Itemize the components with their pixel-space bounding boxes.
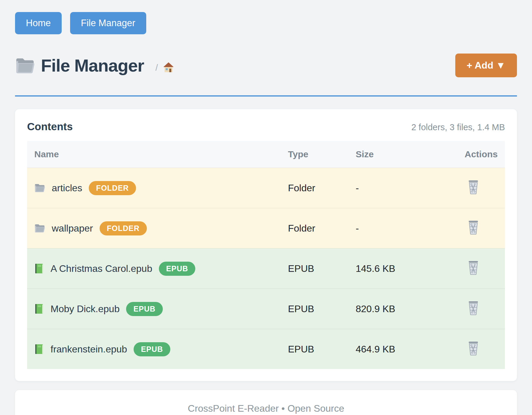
delete-button[interactable] [467,340,480,355]
delete-button[interactable] [467,260,480,275]
table-row[interactable]: frankenstein.epub EPUB EPUB 464.9 KB [27,329,505,369]
home-nav-button[interactable]: Home [15,12,62,34]
page-title: File Manager [41,55,144,75]
table-row[interactable]: articles FOLDER Folder - [27,168,505,208]
file-manager-nav-button[interactable]: File Manager [70,12,146,34]
page: Home File Manager File Manager / + Add ▼… [0,0,532,415]
folder-icon [34,223,45,233]
home-icon[interactable] [162,61,175,74]
page-header: File Manager / + Add ▼ [15,54,517,77]
table-row[interactable]: Moby Dick.epub EPUB EPUB 820.9 KB [27,289,505,329]
column-header-name: Name [27,141,281,168]
table-row[interactable]: A Christmas Carol.epub EPUB EPUB 145.6 K… [27,248,505,289]
contents-card: Contents 2 folders, 3 files, 1.4 MB Name… [15,109,517,381]
type-badge: FOLDER [89,181,136,195]
file-type: EPUB [281,289,348,329]
column-header-size: Size [348,141,424,168]
folder-icon [34,183,45,193]
file-type: Folder [281,168,348,208]
table-row[interactable]: wallpaper FOLDER Folder - [27,208,505,248]
trash-icon [467,271,480,276]
file-size: 820.9 KB [348,289,424,329]
file-name[interactable]: frankenstein.epub [51,344,127,355]
trash-icon [467,352,480,356]
file-name[interactable]: articles [52,183,82,194]
column-header-actions: Actions [424,141,505,168]
top-nav: Home File Manager [15,12,517,34]
type-badge: EPUB [126,302,162,316]
book-icon [34,263,44,274]
file-type: EPUB [281,248,348,289]
delete-button[interactable] [467,220,480,235]
file-name[interactable]: wallpaper [52,223,93,234]
file-size: 464.9 KB [348,329,424,369]
breadcrumb-separator: / [156,63,158,73]
file-type: Folder [281,208,348,248]
file-name[interactable]: A Christmas Carol.epub [51,263,152,274]
type-badge: EPUB [159,262,195,276]
file-size: - [348,168,424,208]
footer: CrossPoint E-Reader • Open Source [15,390,517,415]
book-icon [34,303,44,315]
trash-icon [467,191,480,195]
file-size: - [348,208,424,248]
delete-button[interactable] [467,179,480,194]
book-icon [34,343,44,355]
delete-button[interactable] [467,300,480,315]
file-size: 145.6 KB [348,248,424,289]
add-button[interactable]: + Add ▼ [455,54,517,77]
file-table: Name Type Size Actions articles FOLDER F… [27,141,505,369]
trash-icon [467,312,480,316]
breadcrumb: / [156,61,175,74]
contents-summary: 2 folders, 3 files, 1.4 MB [411,122,505,132]
column-header-type: Type [281,141,348,168]
folder-icon [15,57,35,74]
trash-icon [467,231,480,235]
accent-divider [15,95,517,97]
contents-heading: Contents [27,121,73,133]
footer-text: CrossPoint E-Reader • Open Source [188,403,344,414]
type-badge: FOLDER [100,221,147,235]
table-header-row: Name Type Size Actions [27,141,505,168]
file-name[interactable]: Moby Dick.epub [51,303,119,315]
file-type: EPUB [281,329,348,369]
type-badge: EPUB [134,342,170,356]
